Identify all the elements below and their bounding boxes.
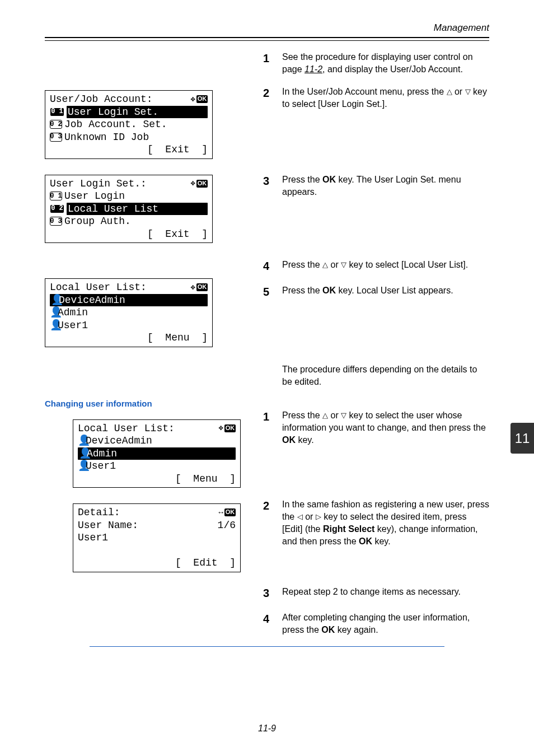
lcd4-title: Local User List: <box>78 422 219 435</box>
down-triangle-icon: ▽ <box>465 87 471 96</box>
lcd3-row1-selected: 👤DeviceAdmin <box>50 294 208 307</box>
up-triangle-icon: △ <box>322 260 328 269</box>
lcd1-num2: 0 2 <box>50 120 62 129</box>
lcd5-value: User1 <box>78 531 108 544</box>
lcd5-field-label: User Name: <box>78 519 138 532</box>
lcd-local-user-list-2: Local User List: ✥OK 👤DeviceAdmin 👤Admin… <box>73 419 241 488</box>
lr-ok-icon: ↔OK <box>219 508 236 518</box>
left-triangle-icon: ◁ <box>297 512 303 521</box>
lcd2-num2: 0 2 <box>50 204 64 213</box>
lcd3-softkey: [ Menu ] <box>147 332 208 344</box>
lcd2-row1: User Login <box>64 190 125 203</box>
change-step-4: 4 After completing changing the user inf… <box>263 612 489 636</box>
lcd2-num3: 0 3 <box>50 217 62 226</box>
lcd1-softkey: [ Exit ] <box>147 143 208 156</box>
nav-ok-icon: ✥OK <box>191 95 208 105</box>
lcd3-title: Local User List: <box>50 281 191 294</box>
step-4: 4 Press the △ or ▽ key to select [Local … <box>263 259 489 274</box>
lcd1-title: User/Job Account: <box>50 93 191 106</box>
lcd-local-user-list-1: Local User List: ✥OK 👤DeviceAdmin 👤Admin… <box>45 278 213 347</box>
lcd4-row1: DeviceAdmin <box>86 435 152 447</box>
step-3: 3 Press the OK key. The User Login Set. … <box>263 174 489 198</box>
lcd-user-job-account: User/Job Account: ✥OK 0 1 User Login Set… <box>45 90 213 159</box>
chapter-tab: 11 <box>510 423 534 454</box>
user-icon: 👤 <box>50 319 58 332</box>
subheading-changing-user-info: Changing user information <box>45 399 246 408</box>
nav-ok-icon: ✥OK <box>191 283 208 293</box>
user-icon: 👤 <box>78 435 86 447</box>
lcd1-num3: 0 3 <box>50 133 62 142</box>
lcd-detail: Detail: ↔OK User Name: 1/6 User1 [ Edit … <box>73 503 241 572</box>
lcd4-row2-selected: 👤Admin <box>78 447 236 460</box>
lcd2-softkey: [ Exit ] <box>147 228 208 241</box>
right-triangle-icon: ▷ <box>316 512 321 521</box>
user-icon: 👤 <box>79 447 87 460</box>
right-column: 1 See the procedure for displaying user … <box>263 51 489 646</box>
link-page-11-2[interactable]: 11-2 <box>305 64 322 74</box>
lcd1-row3: Unknown ID Job <box>64 131 149 144</box>
user-icon: 👤 <box>50 306 58 319</box>
lcd4-row3: User1 <box>86 460 116 473</box>
lcd2-title: User Login Set.: <box>50 178 191 190</box>
running-head: Management <box>45 22 489 34</box>
step-1: 1 See the procedure for displaying user … <box>263 51 489 76</box>
change-step-2: 2 In the same fashion as registering a n… <box>263 498 489 548</box>
user-icon: 👤 <box>78 460 86 473</box>
down-triangle-icon: ▽ <box>341 260 346 269</box>
lcd2-row2-selected: Local User List <box>67 203 208 216</box>
up-triangle-icon: △ <box>447 87 452 96</box>
up-triangle-icon: △ <box>322 411 328 419</box>
lcd5-page: 1/6 <box>138 519 236 532</box>
lcd5-title: Detail: <box>78 506 219 519</box>
lcd1-row2: Job Account. Set. <box>64 118 167 131</box>
lcd2-row3: Group Auth. <box>64 215 131 228</box>
lcd3-row3: User1 <box>58 319 88 332</box>
user-icon: 👤 <box>51 294 59 307</box>
change-step-1: 1 Press the △ or ▽ key to select the use… <box>263 409 489 446</box>
rule-thin <box>45 40 489 41</box>
rule-thick <box>45 37 489 38</box>
lcd3-row2: Admin <box>58 306 88 319</box>
nav-ok-icon: ✥OK <box>191 179 208 189</box>
change-step-3: 3 Repeat step 2 to change items as neces… <box>263 586 489 601</box>
lcd5-softkey: [ Edit ] <box>175 557 236 570</box>
down-triangle-icon: ▽ <box>341 411 346 419</box>
step-2: 2 In the User/Job Account menu, press th… <box>263 86 489 110</box>
lcd-user-login-set: User Login Set.: ✥OK 0 1 User Login 0 2 … <box>45 175 213 244</box>
footer-rule <box>90 646 444 647</box>
lcd4-softkey: [ Menu ] <box>175 473 236 486</box>
left-column: User/Job Account: ✥OK 0 1 User Login Set… <box>45 51 246 646</box>
lcd2-num1: 0 1 <box>50 192 62 200</box>
lcd1-num1: 0 1 <box>50 108 64 116</box>
step-5: 5 Press the OK key. Local User List appe… <box>263 284 489 300</box>
lcd1-row1-selected: User Login Set. <box>67 106 208 119</box>
note-block: The procedure differs depending on the d… <box>263 363 489 388</box>
page-number: 11-9 <box>0 724 534 734</box>
nav-ok-icon: ✥OK <box>219 423 236 433</box>
